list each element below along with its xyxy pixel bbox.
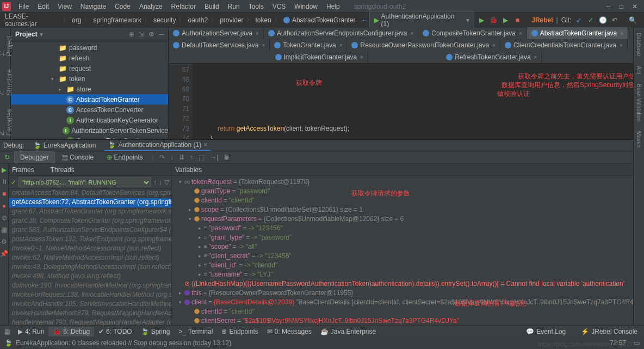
project-tree[interactable]: 📁password📁refresh📁request▾📁token▸📁storeC… xyxy=(11,41,168,139)
pin-icon[interactable]: 📌 xyxy=(0,250,8,258)
jrebel-console-button[interactable]: ⚡ JRebel Console xyxy=(577,327,642,336)
menu-tools[interactable]: Tools xyxy=(245,2,267,11)
menu-window[interactable]: Window xyxy=(291,2,321,11)
git-revert-icon[interactable]: ↶ xyxy=(610,16,619,25)
stack-frame[interactable]: doInvoke:190, InvocableHandlerMethod (or… xyxy=(9,281,171,291)
validation-tool-button[interactable]: Bean Validation xyxy=(636,81,642,125)
stack-frame[interactable]: invokeHandlerMethod:879, RequestMappingH… xyxy=(9,309,171,319)
mute-icon[interactable]: ⊘ xyxy=(2,214,7,222)
hide-icon[interactable]: ─ xyxy=(159,30,164,38)
menu-help[interactable]: Help xyxy=(323,2,343,11)
tree-row[interactable]: ▾📁token xyxy=(11,74,168,84)
close-icon[interactable]: × xyxy=(620,30,623,36)
stack-frame[interactable]: invokeAndHandle:105, ServletInvocableHan… xyxy=(9,300,171,309)
stack-frame[interactable]: invoke:43, DelegatingMethodAccessorImpl … xyxy=(9,263,171,272)
variable-row[interactable]: ▾ requestParameters = {Collections$Unmod… xyxy=(172,214,644,223)
maven-tool-button[interactable]: Maven xyxy=(636,128,642,151)
nav-back-icon[interactable]: ← xyxy=(362,16,368,24)
git-history-icon[interactable]: 🕒 xyxy=(598,16,607,25)
menu-vcs[interactable]: VCS xyxy=(269,2,289,11)
variable-row[interactable]: ▸≡ "grant_type" = -> "password" xyxy=(172,232,644,242)
evaluate-icon[interactable]: 🖩 xyxy=(221,154,232,161)
debug-session-tab[interactable]: 🍃AuthenticationApplication (1) × xyxy=(104,140,210,151)
bottom-tool-button[interactable]: ⊕ Endpoints xyxy=(217,327,262,336)
editor-tab[interactable]: AuthorizationServerEndpointsConfigurer.j… xyxy=(264,27,418,39)
autoscroll-icon[interactable]: ⊕ xyxy=(129,30,134,38)
editor-tab[interactable]: CompositeTokenGranter.java× xyxy=(418,27,527,39)
stop-button[interactable]: ■ xyxy=(513,16,522,25)
rerun-icon[interactable]: ↻ xyxy=(1,154,13,161)
breadcrumb-segment[interactable]: springframework xyxy=(91,16,143,24)
filter-icon[interactable]: ▽ xyxy=(164,179,169,186)
event-log-button[interactable]: 💬 Event Log xyxy=(522,327,570,336)
toolwindow-icon[interactable]: ▦ xyxy=(2,328,13,335)
project-combo[interactable]: Project ▾ xyxy=(15,30,43,38)
stack-frame[interactable]: invoke:498, Method (java.lang.reflect) xyxy=(9,272,171,281)
structure-tool-button[interactable]: 7: Structure xyxy=(0,64,13,99)
stack-frame[interactable]: invoke:62, NativeMethodAccessorImpl (sun… xyxy=(9,254,171,263)
stack-frame[interactable]: invokeForRequest:138, InvocableHandlerMe… xyxy=(9,291,171,300)
tree-row[interactable]: IConsumerTokenServices xyxy=(11,136,168,139)
debug-session-tab[interactable]: 🍃EurekaApplication xyxy=(30,140,100,150)
menu-navigate[interactable]: Navigate xyxy=(77,2,109,11)
editor-tab[interactable]: ResourceOwnerPasswordTokenGranter.java× xyxy=(347,39,500,51)
variable-row[interactable]: ▸≡ "client_id" = -> "clientId" xyxy=(172,260,644,270)
variable-row[interactable]: ▸≡ "password" = -> "123456" xyxy=(172,223,644,232)
window-maximize-icon[interactable]: □ xyxy=(620,3,623,10)
menu-build[interactable]: Build xyxy=(201,2,222,11)
close-icon[interactable]: × xyxy=(492,42,496,48)
close-icon[interactable]: × xyxy=(410,30,413,36)
collapse-icon[interactable]: ⇲ xyxy=(139,30,144,38)
tree-row[interactable]: IAuthorizationServerTokenService xyxy=(11,125,168,136)
close-icon[interactable]: × xyxy=(339,42,343,48)
breadcrumb-segment[interactable]: token xyxy=(254,16,273,24)
step-out-icon[interactable]: ↑ xyxy=(188,154,195,161)
close-icon[interactable]: × xyxy=(620,42,623,48)
endpoints-tab[interactable]: ⊕ Endpoints xyxy=(101,151,149,163)
close-icon[interactable]: × xyxy=(534,54,537,60)
tree-row[interactable]: 📁request xyxy=(11,63,168,74)
breadcrumb-segment[interactable]: security xyxy=(152,16,177,24)
prev-frame-icon[interactable]: ↑ xyxy=(153,179,157,186)
tree-row[interactable]: CAbstractTokenGranter xyxy=(11,94,168,105)
force-step-into-icon[interactable]: ⇊ xyxy=(177,154,187,161)
close-icon[interactable]: × xyxy=(256,30,259,36)
window-close-icon[interactable]: ✕ xyxy=(632,3,637,10)
variable-row[interactable]: ▸ scope = {Collections$UnmodifiableSet@1… xyxy=(172,205,644,214)
stack-frame[interactable]: getAccessToken:72, AbstractTokenGranter … xyxy=(9,198,171,207)
tree-row[interactable]: IAuthenticationKeyGenerator xyxy=(11,115,168,125)
menu-refactor[interactable]: Refactor xyxy=(168,2,199,11)
stack-frame[interactable]: invoke0:-1, NativeMethodAccessorImpl (su… xyxy=(9,244,171,254)
next-frame-icon[interactable]: ↓ xyxy=(159,179,162,186)
pause-icon[interactable]: ⏸ xyxy=(1,178,8,186)
bottom-tool-button[interactable]: ☕ Java Enterprise xyxy=(316,327,380,336)
step-into-icon[interactable]: ↓ xyxy=(168,154,176,161)
variable-row[interactable]: ▸≡ "client_secret" = -> "123456" xyxy=(172,251,644,260)
editor-tab[interactable]: ClientCredentialsTokenGranter.java× xyxy=(500,39,628,51)
editor-tab[interactable]: TokenGranter.java× xyxy=(270,39,347,51)
breadcrumb-segment[interactable]: oauth2 xyxy=(186,16,209,24)
favorites-tool-button[interactable]: 2: Favorites xyxy=(0,103,13,139)
run-to-cursor-icon[interactable]: →| xyxy=(208,154,220,161)
bottom-tool-button[interactable]: 🐞 5: Debug xyxy=(48,327,94,336)
window-minimize-icon[interactable]: ─ xyxy=(606,3,611,10)
code-editor[interactable]: 6768697071727374 获取令牌 获取令牌之前先去，首先需要认证用户信… xyxy=(169,64,644,139)
menu-analyze[interactable]: Analyze xyxy=(136,2,166,11)
variable-row[interactable]: clientId = "clientId" xyxy=(172,307,644,316)
stack-frame[interactable]: grant:38, CompositeTokenGranter (org.spr… xyxy=(9,217,171,226)
variable-tree[interactable]: 获取令牌请求的参数 数据库查询的客户端信息 ▾oo tokenRequest =… xyxy=(172,176,644,349)
close-icon[interactable]: × xyxy=(360,54,363,60)
bottom-tool-button[interactable]: 🍃 Spring xyxy=(137,327,175,336)
variable-row[interactable]: clientSecret = "$2a$10$lVayr9NWSYllxcjHX… xyxy=(172,316,644,325)
variable-row[interactable]: ▾ client = {BaseClientDetails@12039} "Ba… xyxy=(172,297,644,307)
tree-row[interactable]: 📁password xyxy=(11,42,168,53)
breadcrumb-current[interactable]: AbstractTokenGranter xyxy=(282,16,357,24)
bottom-tool-button[interactable]: ▶ 4: Run xyxy=(14,327,48,336)
drop-frame-icon[interactable]: ⬚ xyxy=(196,154,207,161)
settings-icon[interactable]: ⚙ xyxy=(1,238,7,246)
thread-selector[interactable]: "http-nio-8762-... "main": RUNNING xyxy=(18,177,151,187)
project-tool-button[interactable]: 1: Project xyxy=(0,29,13,59)
stack-frame[interactable]: grant:583, AuthorizationServerEndpointsC… xyxy=(9,226,171,235)
variable-row[interactable]: ⊘ ((LinkedHashMap)(((UsernamePasswordAut… xyxy=(172,279,644,288)
console-tab[interactable]: ▤ Console xyxy=(56,151,100,163)
